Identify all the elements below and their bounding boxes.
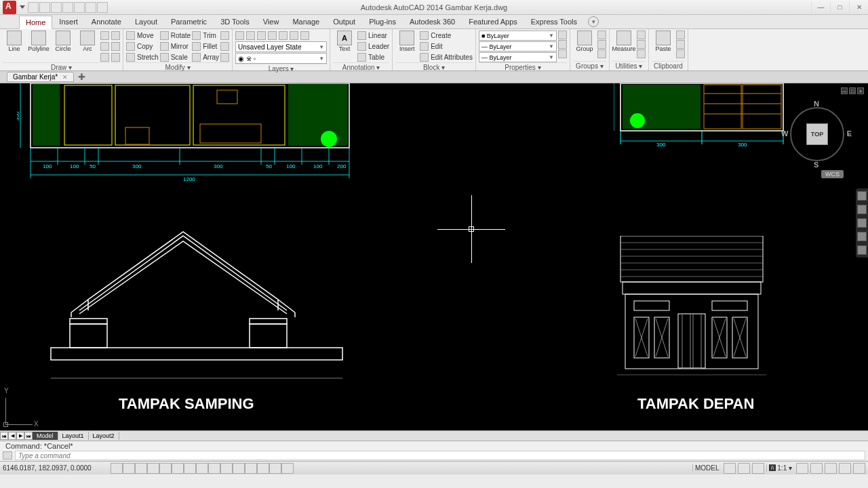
toggle-snap-icon[interactable]: [123, 463, 135, 474]
lineweight-dropdown[interactable]: — ByLayer▼: [479, 41, 557, 52]
orbit-icon[interactable]: [857, 232, 867, 241]
toggle-am-icon[interactable]: [281, 463, 294, 474]
status-clean-icon[interactable]: [853, 463, 865, 474]
app-menu-icon[interactable]: [3, 1, 16, 14]
layer-icon[interactable]: [268, 31, 277, 40]
leader-button[interactable]: Leader: [357, 41, 389, 52]
draw-small-icon[interactable]: [100, 42, 109, 51]
viewcube[interactable]: TOP N S W E: [787, 104, 848, 165]
modify-small-icon[interactable]: [220, 53, 229, 62]
viewcube-n[interactable]: N: [814, 100, 819, 108]
status-model[interactable]: MODEL: [692, 464, 722, 472]
toggle-osnap-icon[interactable]: [172, 463, 184, 474]
layout-tab-layout1[interactable]: Layout1: [58, 432, 89, 440]
qat-plot-icon[interactable]: [74, 2, 85, 13]
toggle-polar-icon[interactable]: [159, 463, 172, 474]
layer-dropdown[interactable]: ◉ ※ ▫▼: [235, 53, 327, 64]
qat-open-icon[interactable]: [39, 2, 50, 13]
close-icon[interactable]: ✕: [62, 74, 68, 81]
layout-first-icon[interactable]: ⏮: [0, 432, 8, 440]
clip-icon[interactable]: [676, 49, 685, 58]
insert-button[interactable]: Insert: [395, 30, 418, 52]
panel-title-groups[interactable]: Groups ▾: [573, 61, 606, 70]
group-small-icon[interactable]: [597, 49, 606, 58]
status-iso-icon[interactable]: [839, 463, 851, 474]
qat-redo-icon[interactable]: [97, 2, 108, 13]
copy-button[interactable]: Copy: [126, 41, 159, 52]
tab-parametric[interactable]: Parametric: [164, 15, 214, 28]
mirror-button[interactable]: Mirror: [160, 41, 191, 52]
text-button[interactable]: AText: [333, 30, 356, 52]
status-hw-icon[interactable]: [825, 463, 837, 474]
util-icon[interactable]: [637, 30, 646, 39]
viewcube-e[interactable]: E: [847, 129, 852, 138]
toggle-otrack-icon[interactable]: [196, 463, 208, 474]
layout-last-icon[interactable]: ⏭: [24, 432, 33, 440]
layer-icon[interactable]: [279, 31, 288, 40]
toggle-ortho-icon[interactable]: [147, 463, 159, 474]
array-button[interactable]: Array: [192, 52, 219, 62]
qat-save-icon[interactable]: [51, 2, 62, 13]
linear-button[interactable]: Linear: [357, 30, 389, 41]
drawing-canvas[interactable]: 100 100 50 300 300 50 100 100 200 1200 3…: [0, 83, 868, 430]
modify-small-icon[interactable]: [220, 42, 229, 51]
util-icon[interactable]: [637, 49, 646, 58]
layer-icon[interactable]: [290, 31, 298, 40]
layout-next-icon[interactable]: ▶: [16, 432, 24, 440]
toggle-grid-icon[interactable]: [135, 463, 147, 474]
command-prompt-icon[interactable]: [3, 451, 12, 460]
color-dropdown[interactable]: ■ ByLayer▼: [479, 30, 557, 41]
move-button[interactable]: Move: [126, 30, 159, 41]
showmotion-icon[interactable]: [857, 245, 867, 255]
maximize-button[interactable]: □: [830, 1, 849, 14]
new-tab-icon[interactable]: ✚: [78, 72, 85, 82]
ribbon-minimize-icon[interactable]: ▾: [588, 16, 599, 27]
qat-undo-icon[interactable]: [85, 2, 96, 13]
status-scale-label[interactable]: 🅰 1:1 ▾: [766, 464, 794, 472]
toggle-lwt-icon[interactable]: [233, 463, 245, 474]
viewcube-ring[interactable]: [790, 107, 844, 161]
modify-small-icon[interactable]: [220, 31, 229, 40]
edit-attributes-button[interactable]: Edit Attributes: [420, 52, 473, 62]
scale-button[interactable]: Scale: [160, 52, 191, 62]
tab-expresstools[interactable]: Express Tools: [524, 15, 584, 28]
viewcube-s[interactable]: S: [814, 161, 818, 169]
panel-title-block[interactable]: Block ▾: [395, 62, 473, 72]
toggle-qp-icon[interactable]: [257, 463, 269, 474]
toggle-tpy-icon[interactable]: [245, 463, 257, 474]
status-anno-icon[interactable]: [752, 463, 764, 474]
drawing-tab[interactable]: Gambar Kerja* ✕: [7, 72, 74, 82]
tab-view[interactable]: View: [256, 15, 286, 28]
toggle-ducs-icon[interactable]: [208, 463, 220, 474]
draw-small-icon[interactable]: [111, 53, 120, 62]
tab-output[interactable]: Output: [326, 15, 362, 28]
toggle-sc-icon[interactable]: [269, 463, 281, 474]
panel-title-properties[interactable]: Properties ▾: [479, 62, 567, 72]
create-button[interactable]: Create: [420, 30, 473, 41]
status-lock-icon[interactable]: [810, 463, 823, 474]
layout-tab-model[interactable]: Model: [33, 432, 58, 440]
group-small-icon[interactable]: [597, 30, 606, 39]
draw-small-icon[interactable]: [100, 31, 109, 40]
prop-icon[interactable]: [558, 49, 567, 58]
wcs-badge[interactable]: WCS: [821, 170, 844, 178]
minimize-button[interactable]: —: [811, 1, 830, 14]
circle-button[interactable]: Circle: [52, 30, 75, 52]
fillet-button[interactable]: Fillet: [192, 41, 219, 52]
tab-annotate[interactable]: Annotate: [85, 15, 128, 28]
qat-new-icon[interactable]: [28, 2, 39, 13]
app-menu-dropdown-icon[interactable]: [20, 5, 25, 9]
vp-maximize-icon[interactable]: □: [849, 87, 856, 94]
clip-icon[interactable]: [676, 40, 685, 49]
draw-small-icon[interactable]: [100, 53, 109, 62]
prop-icon[interactable]: [558, 40, 567, 49]
layer-icon[interactable]: [246, 31, 255, 40]
draw-small-icon[interactable]: [111, 42, 120, 51]
layout-prev-icon[interactable]: ◀: [8, 432, 16, 440]
panel-title-draw[interactable]: Draw ▾: [3, 62, 120, 72]
edit-button[interactable]: Edit: [420, 41, 473, 52]
toggle-infer-icon[interactable]: [111, 463, 123, 474]
layout-tab-layout2[interactable]: Layout2: [89, 432, 119, 440]
clip-icon[interactable]: [676, 30, 685, 39]
tab-3dtools[interactable]: 3D Tools: [214, 15, 256, 28]
